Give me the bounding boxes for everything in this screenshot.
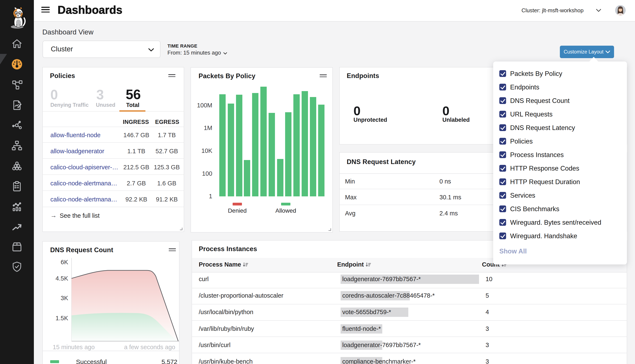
svg-text:100: 100 xyxy=(202,170,212,177)
svg-text:Denied: Denied xyxy=(228,207,247,214)
svg-text:10K: 10K xyxy=(201,147,212,154)
svg-text:100M: 100M xyxy=(197,102,212,109)
svg-text:1M: 1M xyxy=(204,124,212,131)
svg-text:4.5K: 4.5K xyxy=(56,275,68,282)
svg-text:Successful: Successful xyxy=(76,358,107,364)
svg-text:5,572: 5,572 xyxy=(161,358,177,364)
svg-text:a few seconds ago: a few seconds ago xyxy=(124,344,175,350)
svg-text:Allowed: Allowed xyxy=(275,207,296,214)
svg-text:1: 1 xyxy=(209,193,212,200)
svg-text:6K: 6K xyxy=(61,259,68,266)
svg-text:1.5K: 1.5K xyxy=(56,315,68,322)
svg-text:15 minutes ago: 15 minutes ago xyxy=(53,344,95,350)
svg-text:3K: 3K xyxy=(61,295,68,302)
